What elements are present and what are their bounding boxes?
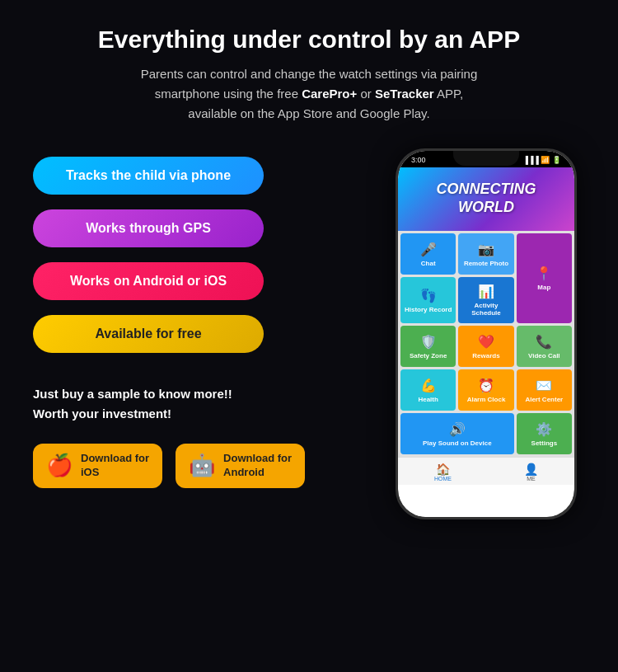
download-buttons: 🍎 Download for iOS 🤖 Download for Androi… [33, 444, 371, 488]
left-panel: Tracks the child via phone Works through… [33, 148, 371, 656]
schedule-icon: 📊 [478, 284, 494, 299]
apple-icon: 🍎 [46, 453, 73, 478]
app-tile-health[interactable]: 💪 Health [400, 369, 456, 411]
history-icon: 👣 [420, 288, 437, 303]
phone-notch [453, 151, 519, 166]
phone-screen: 3:00 ▐▐▐ 📶 🔋 CONNECTING WORLD 🎤 [398, 151, 574, 517]
sound-icon: 🔊 [449, 421, 466, 437]
feature-badge-free[interactable]: Available for free [33, 315, 264, 353]
alert-icon: ✉️ [536, 378, 552, 393]
app-tile-alert[interactable]: ✉️ Alert Center [517, 369, 572, 411]
phone-time: 3:00 [411, 156, 426, 164]
safety-icon: 🛡️ [420, 334, 437, 350]
chat-icon: 🎤 [420, 242, 437, 257]
app-tile-rewards[interactable]: ❤️ Rewards [458, 326, 513, 367]
app-tile-safety[interactable]: 🛡️ Safety Zone [400, 326, 456, 367]
camera-icon: 📷 [478, 242, 494, 257]
subtitle: Parents can control and change the watch… [33, 64, 585, 124]
rewards-icon: ❤️ [478, 334, 494, 350]
main-title: Everything under control by an APP [33, 25, 585, 54]
app-tile-sound[interactable]: 🔊 Play Sound on Device [400, 413, 514, 454]
app-grid: 🎤 Chat 📷 Remote Photo 📍 Map [398, 231, 574, 457]
app-tile-history[interactable]: 👣 History Record [400, 277, 456, 323]
nav-tab-me[interactable]: 👤 ME [524, 463, 538, 482]
settings-icon: ⚙️ [536, 421, 552, 437]
app-tile-video-call[interactable]: 📞 Video Call [517, 326, 572, 367]
nav-tab-home[interactable]: 🏠 HOME [434, 463, 452, 482]
cta-text: Just buy a sample to know more!! Worth y… [33, 384, 371, 424]
feature-badge-track-phone[interactable]: Tracks the child via phone [33, 157, 264, 195]
feature-badge-gps[interactable]: Works through GPS [33, 209, 264, 247]
app-tile-settings[interactable]: ⚙️ Settings [517, 413, 572, 454]
download-ios-button[interactable]: 🍎 Download for iOS [33, 444, 162, 488]
app-tile-chat[interactable]: 🎤 Chat [400, 233, 456, 275]
android-icon: 🤖 [189, 453, 215, 478]
app-tile-remote-photo[interactable]: 📷 Remote Photo [458, 233, 513, 275]
alarm-icon: ⏰ [478, 378, 494, 393]
home-icon: 🏠 [436, 463, 450, 476]
content-section: Tracks the child via phone Works through… [33, 148, 585, 656]
right-panel: 3:00 ▐▐▐ 📶 🔋 CONNECTING WORLD 🎤 [387, 148, 585, 656]
app-tile-map[interactable]: 📍 Map [517, 233, 572, 323]
download-android-button[interactable]: 🤖 Download for Android [176, 444, 305, 488]
health-icon: 💪 [420, 378, 437, 393]
brand1: CarePro+ [302, 87, 357, 101]
header-section: Everything under control by an APP Paren… [33, 25, 585, 124]
brand2: SeTracker [375, 87, 434, 101]
map-icon: 📍 [536, 266, 552, 281]
app-bottom-bar: 🏠 HOME 👤 ME [398, 457, 574, 485]
phone-signals: ▐▐▐ 📶 🔋 [523, 156, 561, 164]
app-header: CONNECTING WORLD [398, 167, 574, 231]
phone-mockup: 3:00 ▐▐▐ 📶 🔋 CONNECTING WORLD 🎤 [396, 148, 577, 519]
app-tile-activity[interactable]: 📊 Activity Schedule [458, 277, 513, 323]
video-call-icon: 📞 [536, 334, 552, 350]
app-tile-alarm[interactable]: ⏰ Alarm Clock [458, 369, 513, 411]
page-wrapper: Everything under control by an APP Paren… [0, 0, 618, 672]
feature-badge-android-ios[interactable]: Works on Android or iOS [33, 262, 264, 300]
profile-icon: 👤 [524, 463, 538, 476]
app-header-title: CONNECTING WORLD [406, 181, 566, 216]
